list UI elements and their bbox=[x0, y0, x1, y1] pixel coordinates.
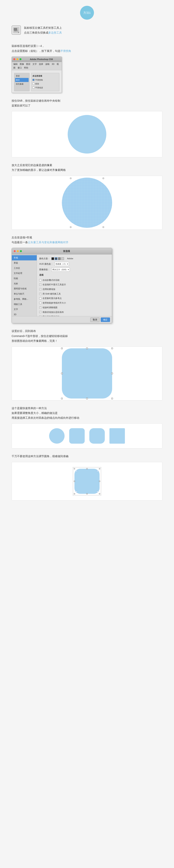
pref-sidebar-text[interactable]: 文字 bbox=[12, 307, 37, 312]
pref-ok-btn[interactable]: 确定 bbox=[101, 317, 110, 322]
step6-line3: 形状图形就自动对齐像素网格，完美！ bbox=[11, 339, 163, 343]
handle-br bbox=[103, 226, 104, 228]
pref-cb-1[interactable] bbox=[39, 279, 41, 281]
pref-color-theme-row: 颜色主题： Adobe bbox=[39, 257, 109, 260]
handle-bl bbox=[70, 226, 71, 228]
menu-edit[interactable]: 编辑 bbox=[13, 63, 18, 65]
step1-line1: 鼠标移至左侧工具栏矩形工具上 bbox=[24, 26, 62, 30]
pref-cb-6[interactable] bbox=[39, 302, 41, 304]
pref-sidebar-plugins[interactable]: 增效工具 bbox=[12, 302, 37, 307]
pref-interpolation-dropdown[interactable]: 两次立方（自动）▾ bbox=[51, 268, 70, 272]
ps-sidebar-item-shapes[interactable]: 形状 bbox=[15, 74, 29, 78]
step4-line2: 为了更加精确的显示，要让边缘对齐像素网格 bbox=[11, 167, 163, 173]
small-shape-rounded-small bbox=[69, 428, 85, 444]
pref-hud-dropdown[interactable]: 色相条（小）▾ bbox=[54, 262, 69, 266]
method-badge: 方法1 bbox=[80, 6, 94, 20]
ps-sidebar-item-path[interactable]: 路径 bbox=[15, 78, 29, 82]
shapes-row bbox=[11, 424, 163, 448]
pref-cb-5[interactable] bbox=[39, 297, 41, 299]
swatch-medium[interactable] bbox=[58, 257, 61, 260]
step7-line2: 如果需要调整角度大小，精确的做法是 bbox=[11, 411, 163, 415]
shape-with-handles bbox=[74, 469, 100, 494]
pref-sidebar-guides[interactable]: 参考线、网格... bbox=[12, 297, 37, 302]
ps-close-btn[interactable] bbox=[13, 58, 15, 60]
pref-cb-4[interactable] bbox=[39, 293, 41, 295]
pref-cb-8[interactable] bbox=[39, 311, 41, 313]
swatch-dark[interactable] bbox=[51, 257, 54, 260]
menu-help[interactable]: 帮助 bbox=[24, 66, 28, 69]
menu-select[interactable]: 选择 bbox=[39, 63, 43, 65]
pref-sidebar-cursor[interactable]: 光标 bbox=[12, 281, 37, 286]
ps-menu-bar: 编辑 图像 图层 文字 选择 滤镜 3D 视图 窗口 帮助 bbox=[12, 62, 62, 70]
transform-handle-mr bbox=[111, 373, 113, 374]
step1-text: 鼠标移至左侧工具栏矩形工具上 点击三角箭头切换成多边形工具 bbox=[24, 26, 62, 35]
ps-dialog-title: Adobe Photoshop CS6 bbox=[23, 58, 60, 61]
menu-layer[interactable]: 图层 bbox=[26, 63, 30, 65]
transform-handle-bl bbox=[61, 398, 63, 399]
ps-dialog-titlebar: Adobe Photoshop CS6 bbox=[12, 57, 62, 62]
pref-cb-7[interactable] bbox=[39, 307, 41, 309]
pref-sidebar-workspace[interactable]: 工作区 bbox=[12, 266, 37, 271]
pref-option-4: 用 Shift 键切换工具 bbox=[39, 292, 109, 296]
ps-content-row: 形状 路径 填充像素 多边形选项 平滑拐角 星形 bbox=[14, 73, 59, 91]
menu-window[interactable]: 窗口 bbox=[18, 66, 22, 69]
menu-text[interactable]: 文字 bbox=[32, 63, 37, 65]
ps-min-btn[interactable] bbox=[17, 58, 18, 60]
pref-main: 颜色主题： Adobe HUD 颜色盘： 色相条（小）▾ bbox=[37, 254, 112, 316]
pref-cancel-btn[interactable]: 取消 bbox=[90, 317, 100, 322]
ps-option-smooth-indent: 平滑缩进 bbox=[32, 86, 58, 89]
pref-sidebar-transparency[interactable]: 透明度与色域 bbox=[12, 286, 37, 291]
step6-text: 设置好后，回到画布 Command+T选中形状，按住左键轻轻移动鼠标 形状图形就… bbox=[11, 329, 163, 343]
ps-option-star: 星形 bbox=[32, 82, 58, 86]
step7-line3: 用直接选择工具依次对四条边的锚点向内或向外进行移动 bbox=[11, 415, 163, 420]
pref-cb-3[interactable] bbox=[39, 288, 41, 290]
shape-tool-svg bbox=[13, 27, 19, 32]
tool-icon-box bbox=[11, 26, 21, 35]
swatch-medium-dark[interactable] bbox=[55, 257, 57, 260]
transform-handle-ml bbox=[61, 373, 63, 374]
pref-option-8-label: 将路径缩放以适应画布 bbox=[43, 310, 64, 314]
pref-option-9-label: 带动画效果的缩放 bbox=[43, 315, 59, 316]
pref-sidebar-general[interactable]: 常规 bbox=[12, 255, 37, 260]
ps-option-smooth-indent-label: 平滑缩进 bbox=[35, 86, 43, 89]
ps-option-smooth-label: 平滑拐角 bbox=[35, 78, 43, 82]
pref-interpolation-row: 图像插值： 两次立方（自动）▾ bbox=[39, 268, 109, 272]
step3-line1: 按住Shift，按住鼠标左键在画布中央绘制 bbox=[11, 98, 163, 103]
step3-line2: 蓝紫款就可以了 bbox=[11, 103, 163, 108]
pref-cb-9[interactable] bbox=[39, 316, 41, 316]
ps-main-panel: 多边形选项 平滑拐角 星形 平滑缩进 bbox=[31, 73, 59, 91]
transform-handle-br bbox=[111, 398, 113, 399]
rounded-rect-display bbox=[11, 346, 163, 400]
swatch-light[interactable] bbox=[61, 257, 64, 260]
pref-option-5-label: 在变换时显示参考点 bbox=[43, 297, 62, 300]
method-badge-section: 方法1 bbox=[11, 6, 163, 20]
pref-sidebar-3d[interactable]: 3D bbox=[12, 312, 37, 316]
ps-checkbox-smooth-indent[interactable] bbox=[32, 87, 34, 89]
pref-sidebar-file-handling[interactable]: 文件处理 bbox=[12, 271, 37, 276]
pref-min-btn[interactable] bbox=[17, 250, 19, 252]
pref-option-1: 自动折叠式对话框 bbox=[39, 278, 109, 282]
pref-sidebar-perf[interactable]: 性能 bbox=[12, 276, 37, 281]
ps-checkbox-smooth[interactable] bbox=[32, 79, 34, 81]
ps-sidebar-item-fill[interactable]: 填充像素 bbox=[15, 82, 29, 86]
menu-filter[interactable]: 滤镜 bbox=[45, 63, 49, 65]
pref-sidebar-units[interactable]: 单位与标尺 bbox=[12, 291, 37, 297]
menu-3d[interactable]: 3D bbox=[52, 63, 54, 65]
step3-section: 按住Shift，按住鼠标左键在画布中央绘制 蓝紫款就可以了 bbox=[11, 98, 163, 157]
transform-handle-bm bbox=[86, 398, 88, 399]
step7-section: 这个是最快速简单的一种方法 如果需要调整角度大小，精确的做法是 用直接选择工具依… bbox=[11, 406, 163, 449]
pref-max-btn[interactable] bbox=[20, 250, 22, 252]
pref-title: 首选项 bbox=[23, 249, 110, 253]
pref-cb-2[interactable] bbox=[39, 283, 41, 286]
dashed-selection-border bbox=[73, 467, 101, 495]
pref-sidebar-interface[interactable]: 界面 bbox=[12, 260, 37, 266]
step5-text: 左击首选项>常规 勾选最后一条让矢量工具与变化和像素网格对齐 bbox=[11, 235, 163, 245]
pref-close-btn[interactable] bbox=[14, 250, 16, 252]
step2-text: 鼠标移至选项栏设置□→4， 点击设置图标（齿轮），按下展开，勾选平滑拐角 bbox=[11, 43, 163, 53]
bottom-shape-display bbox=[11, 462, 163, 500]
ps-checkbox-star[interactable] bbox=[32, 83, 34, 85]
ps-max-btn[interactable] bbox=[20, 58, 22, 60]
pref-sidebar: 常规 界面 工作区 文件处理 性能 光标 透明度与色域 单位与标尺 参考线、网格… bbox=[12, 254, 37, 316]
menu-image[interactable]: 图像 bbox=[20, 63, 24, 65]
large-rounded-container bbox=[58, 346, 116, 400]
